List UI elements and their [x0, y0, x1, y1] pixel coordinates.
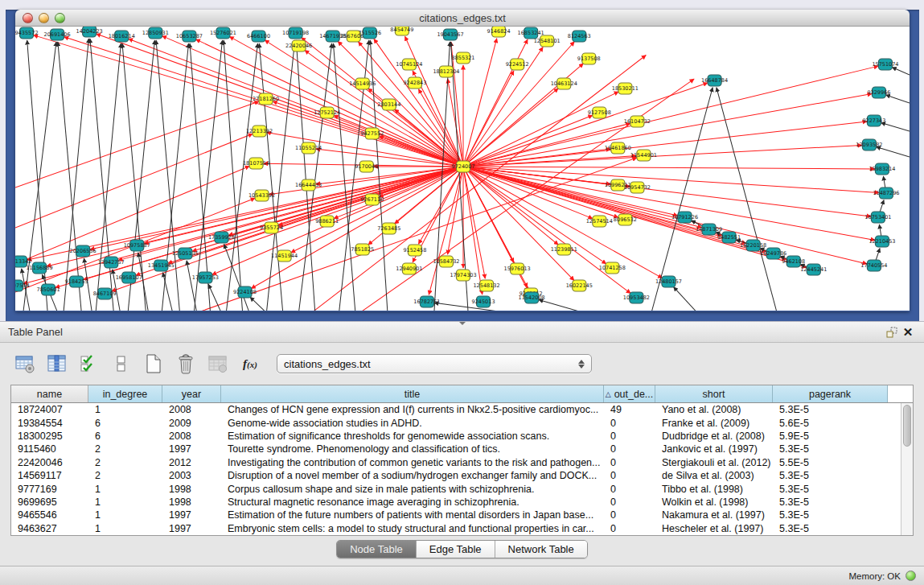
table-scrollbar-thumb[interactable] — [903, 405, 911, 447]
table-settings-icon[interactable] — [13, 352, 37, 376]
cell-short[interactable]: Tibbo et al. (1998) — [655, 484, 773, 495]
cell-in_degree[interactable]: 6 — [88, 431, 162, 442]
column-header-pagerank[interactable]: pagerank — [773, 385, 888, 402]
table-row[interactable]: 969969511998Structural magnetic resonanc… — [11, 496, 913, 509]
cell-title[interactable]: Changes of HCN gene expression and I(f) … — [221, 404, 604, 415]
cell-pagerank[interactable]: 5.5E-5 — [773, 457, 888, 468]
cell-short[interactable]: de Silva et al. (2003) — [655, 470, 773, 481]
network-graph[interactable]: 1646186010996211125745141123981115976013… — [15, 27, 910, 311]
cell-in_degree[interactable]: 1 — [88, 404, 162, 415]
cell-year[interactable]: 1997 — [162, 443, 221, 455]
function-builder-icon[interactable]: f(x) — [238, 352, 262, 376]
cell-in_degree[interactable]: 2 — [88, 457, 162, 468]
cell-year[interactable]: 1997 — [162, 523, 221, 534]
cell-name[interactable]: 22420046 — [11, 457, 88, 468]
cell-short[interactable]: Yano et al. (2008) — [655, 404, 773, 415]
select-all-icon[interactable] — [77, 352, 101, 376]
cell-in_degree[interactable]: 1 — [88, 496, 162, 508]
cell-short[interactable]: Stergiakouli et al. (2012) — [655, 457, 773, 468]
table-row[interactable]: 946362711997Embryonic stem cells: a mode… — [11, 522, 913, 535]
cell-out_de[interactable]: 0 — [604, 509, 655, 521]
cell-year[interactable]: 1998 — [162, 496, 221, 508]
tab-node-table[interactable]: Node Table — [337, 541, 417, 558]
cell-out_de[interactable]: 0 — [604, 496, 655, 508]
cell-in_degree[interactable]: 6 — [88, 418, 162, 429]
cell-short[interactable]: Dudbridge et al. (2008) — [655, 431, 773, 442]
cell-title[interactable]: Tourette syndrome. Phenomenology and cla… — [221, 443, 604, 455]
cell-in_degree[interactable]: 1 — [88, 523, 162, 534]
column-header-in_degree[interactable]: in_degree — [88, 385, 162, 402]
cell-pagerank[interactable]: 5.6E-5 — [773, 418, 888, 429]
window-titlebar[interactable]: citations_edges.txt — [15, 10, 910, 27]
table-row[interactable]: 946554611997Estimation of the future num… — [11, 509, 913, 521]
cell-short[interactable]: Wolkin et al. (1998) — [655, 496, 773, 508]
cell-title[interactable]: Disruption of a novel member of a sodium… — [221, 470, 604, 481]
tab-network-table[interactable]: Network Table — [495, 541, 587, 558]
cell-year[interactable]: 1998 — [162, 484, 221, 495]
minimize-window-icon[interactable] — [39, 13, 49, 23]
cell-short[interactable]: Jankovic et al. (1997) — [655, 443, 773, 455]
table-row[interactable]: 2242004622012Investigating the contribut… — [11, 456, 913, 469]
column-header-year[interactable]: year — [162, 385, 221, 402]
cell-name[interactable]: 9463627 — [11, 523, 88, 534]
cell-in_degree[interactable]: 2 — [88, 443, 162, 455]
cell-year[interactable]: 2009 — [162, 418, 221, 429]
cell-name[interactable]: 9777169 — [11, 484, 88, 495]
cell-name[interactable]: 9115460 — [11, 443, 88, 455]
cell-pagerank[interactable]: 5.3E-5 — [773, 470, 888, 481]
column-header-title[interactable]: title — [221, 385, 604, 402]
zoom-window-icon[interactable] — [55, 13, 65, 23]
splitter-handle-icon[interactable] — [459, 322, 466, 325]
tab-edge-table[interactable]: Edge Table — [417, 541, 495, 558]
cell-pagerank[interactable]: 5.9E-5 — [773, 431, 888, 442]
cell-in_degree[interactable]: 1 — [88, 509, 162, 521]
cell-year[interactable]: 2003 — [162, 470, 221, 481]
show-columns-icon[interactable] — [45, 352, 69, 376]
table-scrollbar[interactable] — [901, 403, 913, 535]
close-window-icon[interactable] — [23, 13, 33, 23]
table-row[interactable]: 1456911722003Disruption of a novel membe… — [11, 469, 913, 482]
cell-name[interactable]: 18300295 — [11, 431, 88, 442]
delete-entries-trash-icon[interactable] — [174, 352, 198, 376]
cell-pagerank[interactable]: 5.3E-5 — [773, 443, 888, 455]
cell-out_de[interactable]: 0 — [604, 443, 655, 455]
column-header-out_de[interactable]: △out_de... — [604, 385, 655, 402]
close-panel-icon[interactable]: ✕ — [900, 325, 916, 340]
cell-title[interactable]: Genome-wide association studies in ADHD. — [221, 418, 604, 429]
table-row[interactable]: 977716911998Corpus callosum shape and si… — [11, 482, 913, 495]
cell-name[interactable]: 9699695 — [11, 496, 88, 508]
cell-pagerank[interactable]: 5.3E-5 — [773, 523, 888, 534]
cell-short[interactable]: Hescheler et al. (1997) — [655, 523, 773, 534]
cell-year[interactable]: 2012 — [162, 457, 221, 468]
cell-name[interactable]: 18724007 — [11, 404, 88, 415]
cell-in_degree[interactable]: 2 — [88, 470, 162, 481]
column-header-name[interactable]: name — [11, 385, 88, 402]
column-header-short[interactable]: short — [655, 385, 773, 402]
cell-out_de[interactable]: 0 — [604, 457, 655, 468]
cell-out_de[interactable]: 0 — [604, 470, 655, 481]
float-panel-icon[interactable] — [884, 325, 900, 340]
cell-name[interactable]: 9465546 — [11, 509, 88, 521]
table-selector-dropdown[interactable]: citations_edges.txt — [277, 354, 592, 373]
cell-year[interactable]: 2008 — [162, 404, 221, 415]
cell-title[interactable]: Estimation of the future numbers of pati… — [221, 509, 604, 521]
cell-out_de[interactable]: 0 — [604, 418, 655, 429]
cell-pagerank[interactable]: 5.3E-5 — [773, 484, 888, 495]
table-row[interactable]: 1938455462009Genome-wide association stu… — [11, 416, 913, 429]
cell-year[interactable]: 2008 — [162, 431, 221, 442]
cell-in_degree[interactable]: 1 — [88, 484, 162, 495]
table-row[interactable]: 1830029562008Estimation of significance … — [11, 430, 913, 443]
table-row[interactable]: 1872400712008Changes of HCN gene express… — [11, 403, 913, 416]
cell-title[interactable]: Investigating the contribution of common… — [221, 457, 604, 468]
table-row[interactable]: 911546021997Tourette syndrome. Phenomeno… — [11, 443, 913, 455]
cell-title[interactable]: Estimation of significance thresholds fo… — [221, 431, 604, 442]
cell-pagerank[interactable]: 5.3E-5 — [773, 509, 888, 521]
cell-title[interactable]: Corpus callosum shape and size in male p… — [221, 484, 604, 495]
cell-name[interactable]: 14569117 — [11, 470, 88, 481]
cell-year[interactable]: 1997 — [162, 509, 221, 521]
cell-out_de[interactable]: 49 — [604, 404, 655, 415]
cell-pagerank[interactable]: 5.3E-5 — [773, 404, 888, 415]
cell-out_de[interactable]: 0 — [604, 523, 655, 534]
cell-short[interactable]: Nakamura et al. (1997) — [655, 509, 773, 521]
new-file-icon[interactable] — [142, 352, 166, 376]
